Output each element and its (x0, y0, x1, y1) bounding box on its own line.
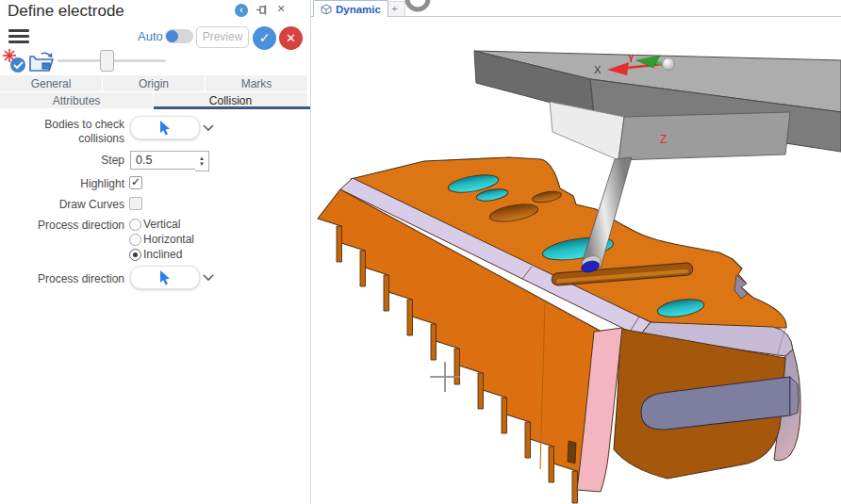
electrode-small-notch (568, 441, 576, 463)
auto-toggle[interactable] (165, 29, 193, 43)
radio-vertical-label[interactable]: Vertical (143, 218, 180, 231)
check-icon: ✓ (131, 175, 140, 188)
axis-y-label: Y (628, 54, 635, 64)
highlight-checkbox[interactable]: ✓ (129, 176, 142, 189)
transparency-slider-thumb[interactable] (100, 50, 114, 72)
highlight-label: Highlight (80, 177, 124, 190)
radio-horizontal[interactable] (129, 234, 141, 246)
page-title: Define electrode (8, 2, 124, 21)
step-spinner[interactable]: ▲ ▼ (195, 151, 209, 171)
auto-label: Auto (138, 29, 163, 43)
check-icon: ✓ (259, 30, 271, 45)
cursor-arrow-icon (159, 270, 171, 285)
collapse-panel-button[interactable]: ‹ (235, 4, 248, 17)
tab-marks[interactable]: Marks (206, 75, 307, 91)
holder-block[interactable]: Z (474, 51, 841, 160)
toggle-knob (166, 30, 178, 42)
cancel-icon: ✕ (286, 31, 296, 45)
spin-down-icon[interactable]: ▼ (199, 161, 205, 167)
define-electrode-panel: Define electrode ‹ ✕ Auto Preview ✓ ✕ (0, 0, 311, 504)
verify-spark-icon[interactable] (2, 48, 27, 73)
axis-z-label: Z (660, 133, 667, 146)
menu-hamburger-button[interactable] (8, 29, 29, 43)
axis-x-label: X (594, 64, 602, 75)
draw-curves-label: Draw Curves (59, 198, 124, 211)
cube-icon (321, 4, 332, 15)
electrode-body[interactable] (318, 157, 800, 503)
bodies-label-line1: Bodies to check (44, 118, 124, 131)
tab-dynamic-label: Dynamic (336, 4, 381, 15)
draw-curves-checkbox[interactable] (129, 197, 142, 210)
bodies-expand-chevron-icon[interactable] (202, 121, 215, 136)
cursor-arrow-icon (159, 121, 171, 136)
active-tab-underline (154, 106, 310, 109)
radio-horizontal-label[interactable]: Horizontal (143, 233, 194, 246)
tab-origin[interactable]: Origin (103, 75, 205, 91)
process-direction-label: Process direction (38, 219, 124, 232)
radio-inclined[interactable] (129, 249, 141, 261)
graphics-viewport[interactable]: Dynamic + (311, 0, 841, 504)
bodies-label-line2: collisions (78, 132, 124, 145)
process-direction-pick-button[interactable] (130, 266, 200, 289)
radio-vertical[interactable] (129, 219, 141, 231)
process-direction2-label: Process direction (38, 272, 124, 285)
tab-general[interactable]: General (0, 75, 102, 91)
tab-attributes[interactable]: Attributes (0, 92, 153, 108)
back-icon: ‹ (239, 5, 242, 15)
bodies-pick-button[interactable] (130, 116, 200, 139)
viewport-tab-bar: Dynamic + (311, 0, 841, 17)
tab-row-1: General Origin Marks (0, 75, 307, 91)
process-expand-chevron-icon[interactable] (202, 270, 215, 285)
cancel-button[interactable]: ✕ (279, 26, 303, 50)
application-window: Define electrode ‹ ✕ Auto Preview ✓ ✕ (0, 0, 841, 504)
scene-canvas[interactable]: Z X Y (311, 16, 841, 504)
preview-button[interactable]: Preview (196, 26, 249, 48)
close-panel-button[interactable]: ✕ (274, 2, 288, 15)
origin-sphere (663, 58, 675, 71)
step-label: Step (101, 154, 124, 167)
load-folder-icon[interactable] (28, 48, 55, 73)
pin-icon[interactable] (256, 4, 268, 16)
rotate-arc-icon (404, 0, 436, 17)
step-input[interactable] (130, 151, 201, 170)
radio-inclined-label[interactable]: Inclined (143, 248, 182, 261)
tab-dynamic[interactable]: Dynamic (313, 0, 388, 17)
ok-button[interactable]: ✓ (253, 26, 276, 50)
